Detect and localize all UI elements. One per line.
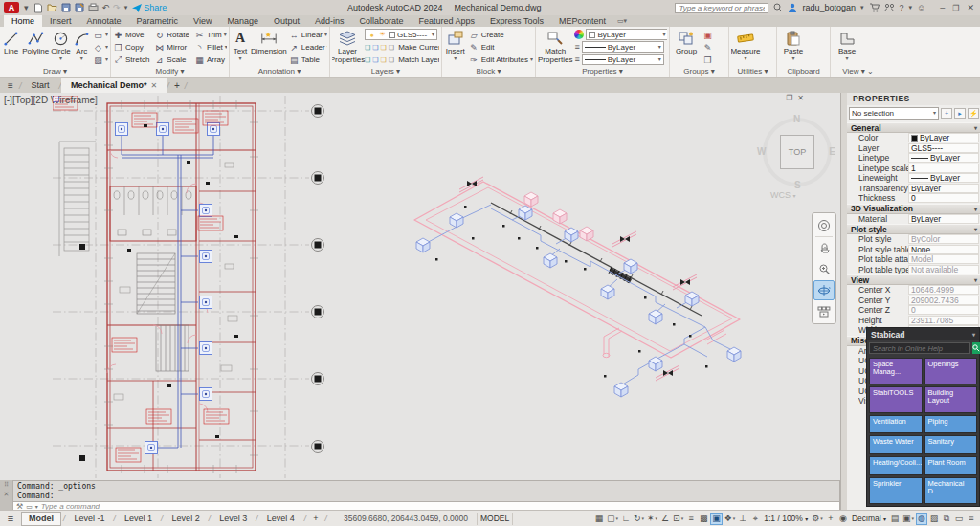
layer-tool-icon[interactable]: ❏ <box>372 44 378 52</box>
qat-customize-caret-icon[interactable]: ▾ <box>124 2 128 13</box>
undo-button[interactable]: ↶ <box>102 2 110 13</box>
vp-minimize-icon[interactable]: – <box>777 94 781 102</box>
trim-button[interactable]: ✂Trim▾ <box>194 29 227 41</box>
property-row-material[interactable]: MaterialByLayer <box>847 214 980 225</box>
copy-button[interactable]: ❐Copy <box>113 41 149 54</box>
property-row-color[interactable]: ColorByLayer <box>847 133 980 143</box>
ribbon-tab-mepcontent[interactable]: MEPcontent <box>551 15 613 27</box>
rectangle-tool-button[interactable]: ▭▾ <box>93 29 108 41</box>
layout-tab-model[interactable]: Model <box>21 512 61 526</box>
property-row-linetype[interactable]: LinetypeByLayer <box>847 153 980 164</box>
doc-tab-menu-icon[interactable]: ≡ <box>2 79 19 93</box>
tab-close-icon[interactable]: ✕ <box>151 81 158 90</box>
scale-button[interactable]: ⊿Scale <box>154 54 189 66</box>
new-layout-button[interactable]: + <box>309 512 322 526</box>
paste-button[interactable]: Paste ▾ <box>779 28 808 61</box>
redo-button[interactable]: ↷ <box>113 2 121 13</box>
ribbon-tab-manage[interactable]: Manage <box>219 15 266 27</box>
ungroup-button[interactable]: ▣ <box>702 29 713 41</box>
lineweight-combo[interactable]: ByLayer▾ <box>582 54 664 65</box>
minimize-button[interactable]: – <box>940 3 945 12</box>
array-button[interactable]: ▦Array▾ <box>194 54 227 66</box>
group-edit-button[interactable]: ✎ <box>702 41 713 54</box>
stabicad-heating-cooli-button[interactable]: Heating/Cooli... <box>869 456 923 475</box>
ribbon-tab-express-tools[interactable]: Express Tools <box>482 15 551 27</box>
property-row-plot-table-attac[interactable]: Plot table attac...Model <box>847 254 980 265</box>
isolate-objects-icon[interactable]: ▨ <box>928 513 940 525</box>
make-current-button[interactable]: ❏❏❏❏Make Current <box>365 41 439 54</box>
app-menu-caret-icon[interactable]: ▾ <box>24 2 29 13</box>
panel-modify-title[interactable]: Modify ▾ <box>113 67 227 77</box>
property-value[interactable]: None <box>908 245 979 254</box>
annotation-monitor-icon[interactable]: ◉ <box>837 513 849 525</box>
lock-ui-icon[interactable]: ▣▾ <box>902 513 915 525</box>
layer-properties-button[interactable]: Layer Properties <box>332 28 363 64</box>
quick-properties-icon[interactable]: ▤ <box>889 513 901 525</box>
layout-tab-level-1[interactable]: Level 1 <box>118 512 159 526</box>
annotation-scale-button[interactable]: 1:1 / 100% ▾ <box>762 514 810 523</box>
viewcube[interactable]: N W E S TOP <box>763 118 832 186</box>
user-avatar-icon[interactable] <box>788 3 797 12</box>
property-row-transparency[interactable]: TransparencyByLayer <box>847 184 980 194</box>
dynamic-ucs-icon[interactable]: ⊥ <box>737 513 748 525</box>
panel-utilities-title[interactable]: Utilities ▾ <box>731 67 774 77</box>
dimension-button[interactable]: Dimension <box>251 28 287 56</box>
object-color-combo[interactable]: ByLayer▾ <box>586 29 667 40</box>
property-value[interactable]: Model <box>908 254 979 264</box>
property-value[interactable]: 209002.7436 <box>908 296 979 305</box>
connect-icon[interactable] <box>884 3 895 12</box>
layer-tool-icon[interactable]: ❏ <box>389 44 394 52</box>
paste-caret-icon[interactable]: ▾ <box>791 56 794 61</box>
group-button[interactable]: Group <box>672 28 701 56</box>
measure-caret-icon[interactable]: ▾ <box>744 56 746 61</box>
grid-display-icon[interactable]: ▦ <box>593 513 605 525</box>
stabicad-sprinkler-button[interactable]: Sprinkler <box>869 477 923 504</box>
stabicad-waste-water-button[interactable]: Waste Water <box>869 435 923 454</box>
viewcube-north[interactable]: N <box>793 114 800 124</box>
vp-close-icon[interactable]: ✕ <box>797 94 804 102</box>
panel-block-title[interactable]: Block ▾ <box>444 67 533 77</box>
property-value[interactable]: GLS5---- <box>908 143 979 153</box>
property-row-layer[interactable]: LayerGLS5---- <box>847 143 980 154</box>
tab-start[interactable]: Start <box>22 78 59 93</box>
ribbon-display-toggle-icon[interactable]: ▭▾ <box>617 15 627 27</box>
ribbon-tab-featured-apps[interactable]: Featured Apps <box>412 15 483 27</box>
property-row-lineweight[interactable]: LineweightByLayer <box>847 173 980 184</box>
circle-caret-icon[interactable]: ▾ <box>59 56 62 61</box>
panel-annotation-title[interactable]: Annotation ▾ <box>232 67 327 77</box>
base-caret-icon[interactable]: ▾ <box>845 56 848 61</box>
panel-properties-title[interactable]: Properties ▾ <box>538 67 667 77</box>
property-value[interactable]: 1 <box>908 164 979 173</box>
properties-title[interactable]: PROPERTIES <box>847 93 980 105</box>
property-value[interactable]: 10646.4999 <box>908 285 979 295</box>
isometric-drawing[interactable] <box>368 153 770 411</box>
property-value[interactable]: ByLayer <box>908 214 979 224</box>
command-close-icon[interactable]: ✕ <box>4 491 10 498</box>
stabicad-ventilation-button[interactable]: Ventilation <box>869 415 923 434</box>
customization-icon[interactable]: ≡ <box>966 513 977 525</box>
floor-plan-drawing[interactable] <box>53 96 330 478</box>
stabicad-header[interactable]: Stabicad ▾ <box>867 328 979 340</box>
layer-tool-icon[interactable]: ❏ <box>381 44 387 52</box>
3d-osnap-icon[interactable]: ❖▾ <box>724 513 737 525</box>
help-search-input[interactable] <box>675 3 768 13</box>
property-row-center-y[interactable]: Center Y209002.7436 <box>847 296 980 306</box>
layout-tab-level-1[interactable]: Level -1 <box>68 512 112 526</box>
measure-button[interactable]: Measure ▾ <box>731 28 760 61</box>
panel-layers-title[interactable]: Layers ▾ <box>332 67 439 77</box>
property-row-linetype-scale[interactable]: Linetype scale1 <box>847 164 980 174</box>
property-row-plot-style-table[interactable]: Plot style tableNone <box>847 245 980 255</box>
insert-button[interactable]: Insert ▾ <box>444 28 467 61</box>
select-objects-icon[interactable]: ▸ <box>954 108 966 119</box>
model-space-button[interactable]: MODEL <box>477 513 513 525</box>
tray-settings-icon[interactable]: ⧉ <box>941 513 952 525</box>
layout-tab-level-4[interactable]: Level 4 <box>260 512 301 526</box>
property-value[interactable]: ByLayer <box>908 173 979 183</box>
drawing-area[interactable]: [-][Top][2D Wireframe] – ❐ ✕ <box>0 93 840 480</box>
table-button[interactable]: ▤Table <box>289 54 327 66</box>
line-button[interactable]: Line <box>2 28 20 56</box>
save-icon[interactable] <box>61 3 71 12</box>
open-file-icon[interactable] <box>47 3 57 12</box>
layout-menu-icon[interactable]: ≡ <box>3 513 18 524</box>
rotate-button[interactable]: ↻Rotate <box>154 29 189 41</box>
